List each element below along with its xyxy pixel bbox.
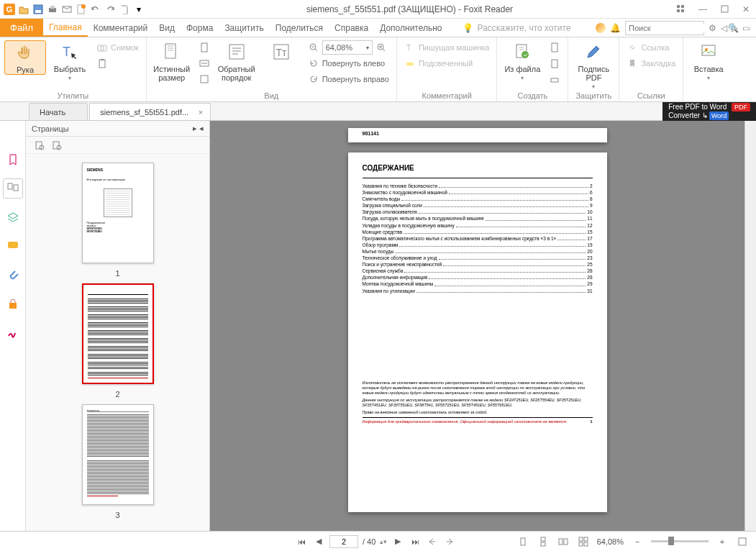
minimize-button[interactable]: — [696, 2, 710, 17]
snapshot-button[interactable]: Снимок [94, 40, 142, 55]
tab-share[interactable]: Поделиться [270, 19, 329, 37]
ribbon-display-icon[interactable] [674, 2, 688, 17]
from-scanner-button[interactable] [546, 72, 563, 86]
fit-visible-button[interactable] [196, 72, 213, 86]
insert-button[interactable]: Вставка ▾ [688, 40, 729, 81]
search-box[interactable]: 🔍 [625, 21, 704, 35]
tab-home[interactable]: Главная [43, 19, 88, 37]
svg-rect-54 [739, 538, 746, 545]
scroll-icon[interactable] [118, 3, 131, 16]
document-tab[interactable]: siemens_sf_55t551.pdf...× [89, 103, 211, 120]
print-icon[interactable] [46, 3, 59, 16]
fit-page-button[interactable] [196, 40, 213, 55]
maximize-button[interactable] [717, 2, 732, 17]
svg-rect-32 [552, 43, 557, 52]
layers-panel-tab[interactable] [3, 207, 23, 227]
clipboard-button[interactable] [94, 56, 142, 70]
theme-circle-icon[interactable] [596, 23, 606, 33]
from-file-button[interactable]: Из файла ▾ [501, 40, 543, 81]
comment-more-button[interactable] [401, 72, 492, 86]
thumbnail-page-3[interactable]: Указания по... [82, 404, 154, 505]
next-view-button[interactable] [443, 535, 456, 548]
tab-extras[interactable]: Дополнительно [374, 19, 447, 37]
thumb-shrink-icon[interactable] [52, 140, 62, 150]
toc-title: СОДЕРЖАНИЕ [363, 164, 593, 172]
tell-me[interactable]: 💡 Расскажите, что хотите [448, 19, 596, 37]
reader-mode-icon[interactable]: ▭ [742, 23, 750, 33]
thumbnail-page-1[interactable]: SIEMENS Инструкция по эксплуатации Посуд… [82, 163, 154, 263]
link-button[interactable]: Ссылка [624, 40, 678, 55]
single-page-button[interactable] [516, 535, 529, 548]
file-menu-button[interactable]: Файл [0, 19, 43, 37]
tab-protect[interactable]: Защитить [219, 19, 269, 37]
rotate-left-button[interactable]: Повернуть влево [305, 56, 392, 70]
redo-icon[interactable] [104, 3, 117, 16]
ad-banner[interactable]: Free PDF to Word PDF Converter ↳Word [662, 102, 756, 121]
from-clipboard-button[interactable] [546, 56, 563, 70]
toc-entry: Монтаж посудомоечной машины29 [363, 281, 593, 287]
attachments-panel-tab[interactable] [3, 265, 23, 285]
security-panel-tab[interactable] [3, 293, 23, 314]
continuous-facing-button[interactable] [577, 535, 590, 548]
zoom-in-icon[interactable] [375, 42, 387, 53]
rotate-right-button[interactable]: Повернуть вправо [305, 72, 392, 86]
next-page-button[interactable]: ▶ [391, 535, 404, 548]
bookmark-button[interactable]: Закладка [624, 56, 678, 70]
tab-form[interactable]: Форма [181, 19, 219, 37]
select-tool-button[interactable]: T Выбрать ▾ [49, 40, 91, 81]
notification-icon[interactable]: 🔔 [610, 23, 621, 33]
actual-size-label: Истинный размер [151, 65, 193, 82]
save-icon[interactable] [32, 3, 45, 16]
zoom-slider[interactable] [651, 540, 709, 542]
first-page-button[interactable]: ⏮ [295, 535, 308, 548]
pages-panel-tab[interactable] [3, 178, 23, 199]
new-icon[interactable] [75, 3, 88, 16]
fit-width-button[interactable] [196, 56, 213, 70]
tab-view[interactable]: Вид [153, 19, 181, 37]
last-page-button[interactable]: ⏭ [409, 535, 422, 548]
tab-comment[interactable]: Комментарий [88, 19, 154, 37]
rotate-left-icon [308, 58, 319, 69]
blank-page-button[interactable] [546, 40, 563, 55]
zoom-value: 64,08% [326, 43, 352, 52]
prev-view-button[interactable] [426, 535, 439, 548]
panel-collapse-icon[interactable]: ▸ ◂ [193, 124, 204, 133]
email-icon[interactable] [60, 3, 73, 16]
thumbnail-page-2[interactable] [82, 283, 154, 384]
zoom-out-button[interactable]: 64,08%▾ [305, 40, 392, 55]
pages-label: Страницы [32, 124, 69, 133]
typewriter-button[interactable]: TПишущая машинка [401, 40, 492, 55]
sign-pdf-button[interactable]: Подпись PDF ▾ [573, 40, 614, 90]
page-number-input[interactable] [329, 535, 358, 548]
next-arrow-icon[interactable]: ▷ [732, 23, 738, 33]
open-icon[interactable] [17, 3, 30, 16]
actual-size-button[interactable]: Истинный размер [151, 40, 193, 82]
highlight-button[interactable]: Подсвеченный [401, 56, 492, 70]
start-tab[interactable]: Начать [29, 103, 88, 120]
continuous-button[interactable] [537, 535, 550, 548]
fullscreen-button[interactable] [736, 535, 749, 548]
signatures-panel-tab[interactable] [3, 322, 23, 342]
facing-button[interactable] [557, 535, 570, 548]
undo-icon[interactable] [89, 3, 102, 16]
document-view[interactable]: 901141 СОДЕРЖАНИЕ Указания по технике бе… [210, 121, 744, 531]
svg-rect-22 [201, 76, 208, 83]
close-button[interactable]: ✕ [739, 2, 753, 17]
thumb-enlarge-icon[interactable] [35, 140, 45, 150]
prev-arrow-icon[interactable]: ◁ [721, 23, 727, 33]
close-tab-icon[interactable]: × [199, 108, 203, 117]
qat-dropdown-icon[interactable]: ▾ [132, 3, 145, 16]
prev-page-button[interactable]: ◀ [312, 535, 325, 548]
reflow-button[interactable]: Обратный порядок [216, 40, 258, 82]
zoom-combo[interactable]: 64,08%▾ [322, 40, 373, 55]
zoom-in-status-button[interactable]: + [716, 535, 729, 548]
thumbnails-list[interactable]: SIEMENS Инструкция по эксплуатации Посуд… [26, 154, 209, 531]
tab-help[interactable]: Справка [329, 19, 374, 37]
text-viewer-button[interactable]: Tт [260, 40, 302, 63]
vertical-scrollbar[interactable] [744, 121, 756, 531]
comments-panel-tab[interactable] [3, 236, 23, 256]
bookmarks-panel-tab[interactable] [3, 150, 23, 170]
gear-icon[interactable]: ⚙ [709, 23, 716, 33]
hand-tool-button[interactable]: Рука [4, 40, 46, 75]
zoom-out-status-button[interactable]: − [631, 535, 644, 548]
